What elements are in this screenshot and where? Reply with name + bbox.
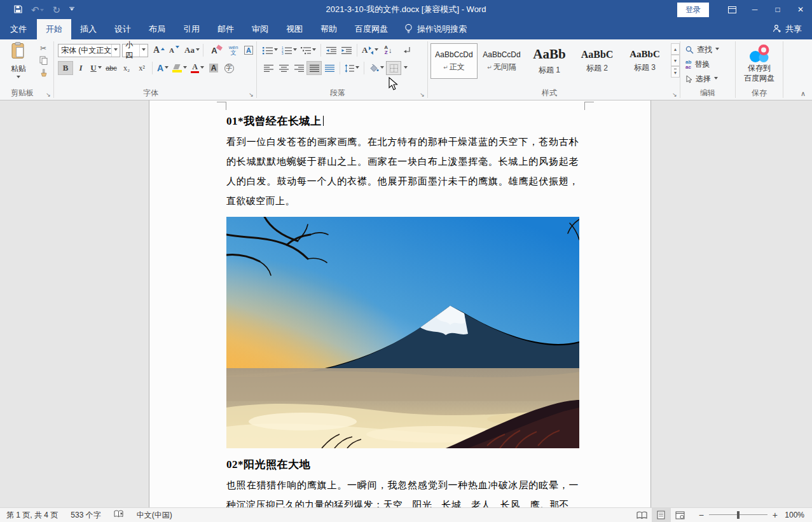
font-color-button[interactable]: A — [189, 61, 206, 75]
select-button[interactable]: 选择 — [685, 74, 735, 85]
zoom-percentage[interactable]: 100% — [784, 511, 812, 519]
underline-button[interactable]: U — [88, 61, 104, 75]
tab-mailings[interactable]: 邮件 — [209, 19, 243, 39]
align-center-button[interactable] — [276, 61, 291, 75]
tab-insert[interactable]: 插入 — [71, 19, 106, 39]
tab-home[interactable]: 开始 — [37, 19, 71, 39]
page-indicator[interactable]: 第 1 页, 共 4 页 — [0, 510, 64, 521]
cut-button[interactable]: ✂ — [36, 42, 51, 55]
doc-heading-2[interactable]: 02*阳光照在大地 — [226, 457, 579, 472]
zoom-slider[interactable] — [709, 511, 767, 519]
zoom-slider-thumb[interactable] — [737, 511, 740, 519]
tell-me-search[interactable]: 操作说明搜索 — [397, 19, 474, 39]
tab-references[interactable]: 引用 — [174, 19, 209, 39]
align-right-button[interactable] — [291, 61, 306, 75]
enclose-characters-button[interactable]: 字 — [221, 61, 237, 75]
read-mode-button[interactable] — [633, 508, 652, 522]
asian-layout-button[interactable]: A — [360, 43, 380, 57]
numbering-button[interactable]: 123 — [280, 43, 299, 57]
increase-indent-button[interactable] — [339, 43, 354, 57]
borders-button[interactable] — [386, 61, 401, 75]
paragraph-dialog-launcher-icon[interactable]: ↘ — [419, 92, 425, 98]
show-hide-marks-button[interactable] — [399, 43, 415, 57]
doc-heading-1[interactable]: 01*我曾经在长城上 — [226, 114, 579, 128]
clear-formatting-button[interactable]: A — [207, 43, 222, 57]
character-shading-button[interactable]: A — [206, 61, 221, 75]
doc-image-mount-fuji[interactable] — [226, 217, 579, 448]
styles-scroll-up[interactable]: ▴ — [671, 43, 680, 55]
decrease-indent-button[interactable] — [324, 43, 339, 57]
bold-button[interactable]: B — [58, 61, 73, 75]
tab-view[interactable]: 视图 — [277, 19, 312, 39]
strikethrough-button[interactable]: abc — [104, 61, 119, 75]
maximize-button[interactable]: □ — [766, 0, 789, 19]
collapse-ribbon-icon[interactable]: ∧ — [801, 90, 806, 98]
tab-design[interactable]: 设计 — [106, 19, 140, 39]
styles-more[interactable]: ▾ — [671, 66, 680, 78]
share-button[interactable]: 共享 — [762, 19, 812, 39]
redo-icon[interactable]: ↻ — [53, 5, 61, 15]
phonetic-guide-button[interactable]: wén文 — [226, 43, 241, 57]
styles-dialog-launcher-icon[interactable]: ↘ — [671, 92, 678, 98]
font-size-combo[interactable]: 小四 — [122, 44, 148, 57]
justify-button[interactable] — [306, 61, 322, 75]
search-icon — [685, 46, 694, 54]
subscript-button[interactable]: x₂ — [119, 61, 134, 75]
zoom-in-button[interactable]: + — [773, 510, 778, 520]
tab-baidu-netdisk[interactable]: 百度网盘 — [346, 19, 397, 39]
text-effects-button[interactable]: A — [155, 61, 170, 75]
copy-button[interactable] — [36, 55, 51, 67]
tab-help[interactable]: 帮助 — [312, 19, 346, 39]
proofing-icon[interactable] — [107, 510, 130, 520]
line-spacing-button[interactable] — [343, 61, 361, 75]
document-page[interactable]: 01*我曾经在长城上 看到一位白发苍苍的画家画鹰。在北方特有的那种干燥湛蓝的天空… — [149, 100, 651, 507]
minimize-button[interactable]: ─ — [743, 0, 766, 19]
language-indicator[interactable]: 中文(中国) — [130, 510, 179, 521]
superscript-button[interactable]: x² — [134, 61, 149, 75]
print-layout-button[interactable] — [652, 508, 671, 522]
zoom-out-button[interactable]: − — [699, 510, 704, 520]
distributed-button[interactable] — [322, 61, 337, 75]
save-icon[interactable] — [14, 5, 22, 15]
italic-button[interactable]: I — [73, 61, 88, 75]
word-count[interactable]: 533 个字 — [64, 510, 107, 521]
tab-file[interactable]: 文件 — [0, 19, 37, 39]
tab-layout[interactable]: 布局 — [140, 19, 174, 39]
find-button[interactable]: 查找 — [685, 45, 735, 55]
shading-button[interactable] — [367, 61, 386, 75]
replace-button[interactable]: abac 替换 — [685, 59, 735, 70]
change-case-button[interactable]: Aa — [184, 43, 200, 57]
style-card-heading2[interactable]: AaBbC 标题 2 — [574, 43, 621, 79]
multilevel-list-button[interactable] — [299, 43, 318, 57]
style-card-heading3[interactable]: AaBbC 标题 3 — [621, 43, 668, 79]
align-left-button[interactable] — [261, 61, 276, 75]
document-canvas[interactable]: 01*我曾经在长城上 看到一位白发苍苍的画家画鹰。在北方特有的那种干燥湛蓝的天空… — [0, 100, 812, 507]
grow-font-button[interactable]: A — [151, 43, 167, 57]
sort-button[interactable]: AZ↓ — [380, 43, 396, 57]
styles-scroll-down[interactable]: ▾ — [671, 55, 680, 66]
tab-review[interactable]: 审阅 — [243, 19, 277, 39]
undo-icon[interactable]: ↶ — [31, 5, 44, 15]
paste-button[interactable]: 粘贴 — [4, 42, 33, 80]
font-name-combo[interactable]: 宋体 (中文正文 — [58, 44, 120, 57]
borders-dropdown[interactable] — [401, 61, 410, 75]
document-content[interactable]: 01*我曾经在长城上 看到一位白发苍苍的画家画鹰。在北方特有的那种干燥湛蓝的天空… — [226, 100, 579, 507]
shrink-font-button[interactable]: A — [167, 43, 182, 57]
style-card-heading1[interactable]: AaBb 标题 1 — [526, 43, 573, 79]
doc-paragraph-1[interactable]: 看到一位白发苍苍的画家画鹰。在北方特有的那种干燥湛蓝的天空下，苍劲古朴的长城默默… — [226, 132, 579, 211]
web-layout-button[interactable] — [671, 508, 690, 522]
customize-qat-icon[interactable] — [69, 7, 74, 13]
style-card-normal[interactable]: AaBbCcDd ↵正文 — [430, 43, 478, 79]
close-button[interactable]: ✕ — [789, 0, 812, 19]
ribbon-display-options-icon[interactable] — [720, 0, 743, 19]
text-highlight-button[interactable] — [170, 61, 189, 75]
character-border-button[interactable]: A — [241, 43, 256, 57]
style-card-no-spacing[interactable]: AaBbCcDd ↵无间隔 — [478, 43, 525, 79]
login-button[interactable]: 登录 — [677, 3, 709, 17]
doc-paragraph-2[interactable]: 也照在猎猎作响的鹰旗上。一瞬间，我忽然感觉到一种热血冲破冰层的眩晕，一种沉淀压抑… — [226, 476, 579, 507]
format-painter-button[interactable] — [36, 67, 51, 80]
save-to-baidu-button[interactable]: 保存到 百度网盘 — [736, 39, 783, 83]
bullets-button[interactable] — [261, 43, 280, 57]
font-dialog-launcher-icon[interactable]: ↘ — [248, 92, 254, 98]
clipboard-dialog-launcher-icon[interactable]: ↘ — [45, 92, 52, 98]
